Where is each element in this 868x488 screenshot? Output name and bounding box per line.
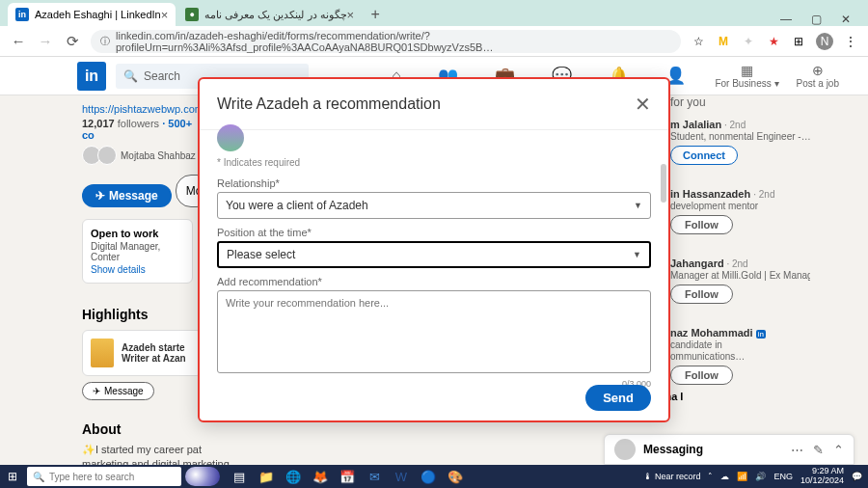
tray-up-icon[interactable]: ˄ [708, 472, 713, 481]
mutual-connections[interactable]: Mojtaba Shahbaz [82, 146, 198, 165]
profile-website-link[interactable]: https://pishtazwebwp.com [82, 103, 203, 115]
recommendation-modal: Write Azadeh a recommendation ✕ * Indica… [198, 77, 670, 422]
profile-avatar [217, 124, 244, 151]
address-bar[interactable]: ⓘ linkedin.com/in/azadeh-eshaghi/edit/fo… [91, 30, 681, 53]
otw-details-link[interactable]: Show details [91, 264, 184, 275]
follow-button[interactable]: Follow [670, 285, 733, 304]
language-icon[interactable]: ENG [773, 472, 793, 481]
recommendation-label: Add recommendation* [217, 276, 651, 287]
expand-messaging-icon[interactable]: ⌃ [833, 443, 844, 457]
search-icon: 🔍 [123, 69, 138, 83]
followers-count: 12,017 followers · 500+ co [82, 118, 198, 141]
calendar-icon[interactable]: 📅 [338, 467, 357, 486]
url-text: linkedin.com/in/azadeh-eshaghi/edit/form… [116, 30, 671, 53]
chrome-icon[interactable]: 🔵 [419, 467, 438, 486]
site-info-icon[interactable]: ⓘ [100, 35, 110, 48]
highlight-message-button[interactable]: ✈ Message [82, 382, 154, 400]
recommendation-textarea[interactable] [217, 290, 651, 373]
message-button[interactable]: ✈ Message [82, 184, 172, 207]
extensions-puzzle-icon[interactable]: ⊞ [791, 34, 806, 49]
relationship-label: Relationship* [217, 177, 651, 189]
dropdown-arrow-icon: ▼ [633, 250, 641, 259]
relationship-select[interactable]: You were a client of Azadeh▼ [217, 192, 651, 219]
business-label[interactable]: For Business ▾ [715, 78, 778, 89]
search-placeholder: Search [144, 69, 180, 83]
messaging-options-icon[interactable]: ⋯ [791, 443, 803, 457]
firefox-icon[interactable]: 🦊 [311, 467, 330, 486]
otw-subtitle: Digital Manager, Conter [91, 241, 184, 262]
site-favicon: ● [185, 8, 199, 21]
browser-tab-1[interactable]: in Azadeh Eshaghi | LinkedIn × [8, 3, 176, 26]
word-icon[interactable]: W [392, 467, 411, 486]
business-grid-icon[interactable]: ▦ [715, 63, 778, 78]
maximize-button[interactable]: ▢ [811, 13, 822, 26]
otw-title: Open to work [91, 228, 184, 239]
minimize-button[interactable]: — [780, 13, 792, 26]
compose-message-icon[interactable]: ✎ [813, 443, 824, 457]
sidebar-header: for you [670, 95, 810, 109]
file-explorer-icon[interactable]: 📁 [257, 467, 276, 486]
highlight-icon [91, 339, 114, 367]
suggestion-item: naz Mohammadi in candidate in ommunicati… [670, 321, 810, 391]
linkedin-logo[interactable]: in [77, 62, 106, 91]
post-job-label[interactable]: Post a job [797, 78, 839, 89]
close-tab-icon[interactable]: × [161, 8, 169, 22]
browser-tab-2[interactable]: ● چگونه در لینکدین یک معرفی نامه × [177, 3, 362, 26]
messaging-label: Messaging [643, 443, 703, 456]
about-text: ✨I started my career pat marketing and d… [82, 443, 603, 467]
tab-title: Azadeh Eshaghi | LinkedIn [35, 9, 161, 20]
bookmark-star-icon[interactable]: ☆ [691, 34, 706, 49]
onedrive-icon[interactable]: ☁ [720, 472, 729, 481]
position-label: Position at the time* [217, 227, 651, 238]
forward-button[interactable]: → [37, 33, 54, 49]
extension-star-icon[interactable]: ★ [766, 34, 781, 49]
new-tab-button[interactable]: + [364, 3, 387, 26]
about-heading: About [82, 421, 198, 437]
suggestion-item: m Jalalian · 2nd Student, nonmental Engi… [670, 113, 810, 171]
follow-button[interactable]: Follow [670, 215, 733, 234]
notifications-tray-icon[interactable]: 💬 [852, 472, 862, 481]
weather-widget[interactable]: 🌡 Near record [643, 472, 700, 481]
extension-icon[interactable]: ✦ [741, 34, 756, 49]
back-button[interactable]: ← [10, 33, 27, 49]
suggestion-item: Jahangard · 2nd Manager at Milli.Gold | … [670, 252, 810, 310]
highlight-card: Azadeh starte Writer at Azan [82, 330, 203, 376]
paint-icon[interactable]: 🎨 [446, 467, 465, 486]
reload-button[interactable]: ⟳ [64, 33, 81, 50]
start-button[interactable]: ⊞ [0, 465, 25, 488]
close-tab-icon[interactable]: × [347, 8, 355, 22]
chrome-menu-icon[interactable]: ⋮ [843, 34, 858, 49]
extension-m-icon[interactable]: M [716, 34, 731, 49]
close-window-button[interactable]: ✕ [841, 13, 851, 26]
windows-taskbar: ⊞ 🔍 Type here to search ▤ 📁 🌐 🦊 📅 ✉ W 🔵 … [0, 465, 868, 488]
network-icon[interactable]: 📶 [737, 472, 747, 481]
highlights-heading: Highlights [82, 307, 198, 322]
taskbar-widget-icon[interactable] [185, 467, 220, 486]
modal-title: Write Azadeh a recommendation [217, 95, 441, 113]
close-modal-button[interactable]: ✕ [635, 93, 651, 116]
volume-icon[interactable]: 🔊 [755, 472, 766, 481]
connect-button[interactable]: Connect [670, 146, 738, 165]
task-view-icon[interactable]: ▤ [230, 467, 249, 486]
dropdown-arrow-icon: ▼ [634, 201, 642, 210]
avatar [97, 146, 117, 165]
required-label: * Indicates required [217, 157, 651, 168]
position-select[interactable]: Please select▼ [217, 241, 651, 268]
edge-icon[interactable]: 🌐 [284, 467, 303, 486]
linkedin-favicon: in [15, 8, 29, 21]
send-button[interactable]: Send [585, 385, 651, 411]
search-icon: 🔍 [33, 472, 44, 482]
taskbar-search[interactable]: 🔍 Type here to search [27, 467, 181, 486]
clock[interactable]: 9:29 AM 10/12/2024 [800, 467, 844, 486]
open-to-work-card[interactable]: Open to work Digital Manager, Conter Sho… [82, 219, 193, 284]
mail-icon[interactable]: ✉ [365, 467, 384, 486]
profile-avatar-icon[interactable]: N [816, 33, 833, 50]
tab-title: چگونه در لینکدین یک معرفی نامه [204, 9, 346, 21]
post-job-icon[interactable]: ⊕ [797, 63, 839, 78]
messaging-dock[interactable]: Messaging ⋯ ✎ ⌃ [604, 434, 854, 465]
suggestion-item: in Hassanzadeh · 2nd development mentor … [670, 182, 810, 240]
user-avatar [614, 439, 636, 460]
